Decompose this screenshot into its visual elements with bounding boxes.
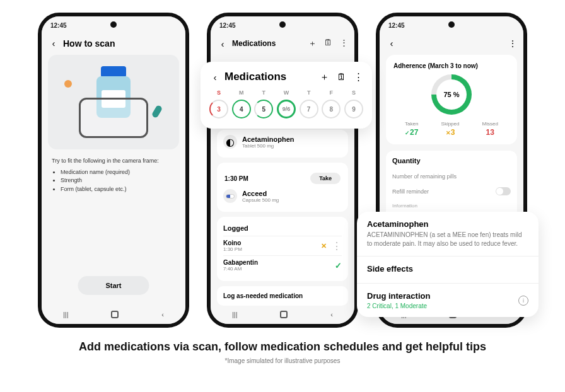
nav-home-icon[interactable] bbox=[280, 311, 288, 318]
stat-missed: Missed 13 bbox=[482, 121, 498, 137]
camera-notch bbox=[279, 21, 286, 28]
day-cell[interactable]: 5 bbox=[254, 100, 273, 118]
marketing-caption: Add medications via scan, follow medicat… bbox=[0, 340, 565, 354]
scan-instructions: Try to fit the following in the camera f… bbox=[48, 149, 179, 201]
day-cell-today[interactable]: 9/6 bbox=[277, 100, 296, 118]
adherence-title: Adherence (March 3 to now) bbox=[393, 62, 510, 69]
day-cell[interactable]: 7 bbox=[300, 100, 318, 118]
status-time: 12:45 bbox=[388, 22, 405, 29]
nav-home-icon[interactable] bbox=[111, 311, 119, 318]
more-icon[interactable]: ⋮ bbox=[354, 71, 363, 83]
camera-notch bbox=[448, 21, 455, 28]
take-button[interactable]: Take bbox=[310, 173, 341, 184]
android-navbar: ||| ‹ bbox=[42, 305, 185, 324]
quantity-heading: Quantity bbox=[392, 157, 511, 164]
drug-info-overlay: Acetaminophen ACETAMININOPHEN (a set a M… bbox=[357, 212, 539, 317]
adherence-ring: 75 % bbox=[431, 74, 472, 115]
nav-back-icon[interactable]: ‹ bbox=[161, 311, 164, 318]
start-button[interactable]: Start bbox=[78, 276, 149, 295]
day-cell[interactable]: 9 bbox=[344, 100, 363, 118]
weekday-label: T bbox=[300, 89, 318, 96]
weekday-label: T bbox=[254, 89, 273, 96]
add-icon[interactable]: ＋ bbox=[320, 71, 329, 83]
adherence-card: Adherence (March 3 to now) 75 % Taken ✓2… bbox=[386, 55, 517, 144]
medication-row[interactable]: Acceed Capsule 500 mg bbox=[223, 187, 342, 205]
info-icon[interactable]: i bbox=[518, 296, 528, 306]
check-icon: ✓ bbox=[335, 261, 342, 270]
stat-skipped: Skipped ✕3 bbox=[441, 121, 460, 137]
weekday-label: F bbox=[322, 89, 341, 96]
android-navbar: ||| ‹ bbox=[211, 305, 354, 324]
skip-icon: ✕ bbox=[321, 242, 327, 250]
page-title: Medications bbox=[232, 39, 305, 48]
log-row[interactable]: Gabapentin 7:40 AM ✓ bbox=[223, 255, 342, 275]
camera-notch bbox=[110, 21, 117, 28]
drug-description-section[interactable]: Acetaminophen ACETAMININOPHEN (a set a M… bbox=[357, 212, 539, 257]
stat-taken: Taken ✓27 bbox=[405, 121, 418, 137]
more-icon[interactable]: ⋮ bbox=[508, 38, 517, 49]
back-icon[interactable]: ‹ bbox=[209, 72, 221, 83]
more-icon[interactable]: ⋮ bbox=[340, 38, 348, 49]
schedule-time: 1:30 PM bbox=[224, 175, 248, 182]
adherence-percent: 75 % bbox=[443, 91, 459, 98]
nav-recent-icon[interactable]: ||| bbox=[63, 311, 69, 318]
capsule-icon bbox=[223, 189, 237, 203]
drug-interaction-row[interactable]: Drug interaction 2 Critical, 1 Moderate … bbox=[357, 284, 539, 317]
scan-illustration bbox=[48, 55, 179, 149]
log-as-needed-button[interactable]: Log as-needed medication bbox=[217, 286, 348, 306]
medication-row[interactable]: ◐ Acetaminophen Tablet 500 mg bbox=[223, 132, 342, 151]
back-icon[interactable]: ‹ bbox=[48, 38, 59, 49]
information-label: Information bbox=[392, 199, 511, 212]
phone-adherence: 12:45 ‹ ⋮ Adherence (March 3 to now) 75 … bbox=[376, 13, 527, 328]
week-calendar-overlay: ‹ Medications ＋ 🗓 ⋮ S M T W T F S 3 4 bbox=[201, 62, 372, 129]
nav-back-icon[interactable]: ‹ bbox=[330, 311, 333, 318]
add-icon[interactable]: ＋ bbox=[308, 38, 317, 49]
phone-medications: 12:45 ‹ Medications ＋ 🗓 ⋮ ◐ Acetaminophe… bbox=[207, 13, 358, 328]
interaction-summary: 2 Critical, 1 Moderate bbox=[367, 303, 430, 309]
day-cell[interactable]: 8 bbox=[322, 100, 341, 118]
quantity-section: Quantity Number of remaining pills Refil… bbox=[386, 151, 517, 219]
phone-how-to-scan: 12:45 ‹ How to scan Try to fit the fol bbox=[38, 13, 189, 328]
page-title: How to scan bbox=[63, 38, 179, 49]
status-time: 12:45 bbox=[50, 22, 67, 29]
calendar-icon[interactable]: 🗓 bbox=[324, 38, 332, 49]
logged-heading: Logged bbox=[223, 223, 342, 236]
caption-disclaimer: *Image simulated for illustrative purpos… bbox=[0, 357, 565, 364]
drug-description: ACETAMININOPHEN (a set a MEE noe fen) tr… bbox=[367, 231, 528, 248]
overlay-title: Medications bbox=[224, 71, 316, 83]
weekday-label: S bbox=[209, 89, 228, 96]
nav-recent-icon[interactable]: ||| bbox=[232, 311, 238, 318]
remaining-pills-row[interactable]: Number of remaining pills bbox=[392, 170, 511, 183]
back-icon[interactable]: ‹ bbox=[386, 38, 397, 49]
refill-reminder-row: Refill reminder bbox=[392, 183, 511, 199]
status-time: 12:45 bbox=[219, 22, 236, 29]
back-icon[interactable]: ‹ bbox=[217, 38, 228, 49]
weekday-label: W bbox=[277, 89, 296, 96]
log-row[interactable]: Koino 1:30 PM ✕ ⋮ bbox=[223, 236, 342, 255]
pill-icon: ◐ bbox=[223, 135, 237, 149]
side-effects-row[interactable]: Side effects bbox=[357, 257, 539, 284]
weekday-label: S bbox=[344, 89, 363, 96]
day-cell[interactable]: 4 bbox=[232, 100, 251, 118]
drug-name: Acetaminophen bbox=[367, 219, 528, 229]
refill-toggle[interactable] bbox=[496, 187, 511, 195]
more-icon[interactable]: ⋮ bbox=[332, 240, 342, 252]
weekday-label: M bbox=[232, 89, 251, 96]
calendar-icon[interactable]: 🗓 bbox=[337, 71, 346, 83]
day-cell[interactable]: 3 bbox=[209, 100, 228, 118]
